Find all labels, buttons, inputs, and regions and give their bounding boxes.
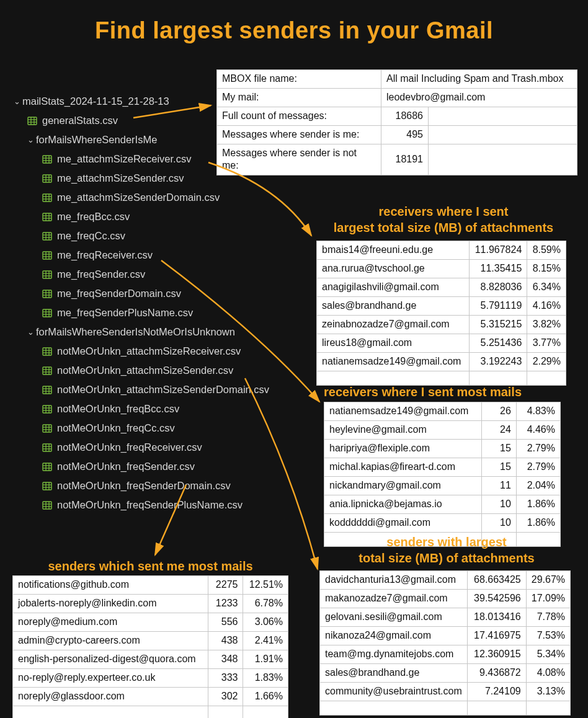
cell-who: jobalerts-noreply@linkedin.com <box>13 595 208 613</box>
cell-value: 68.663425 <box>467 571 526 590</box>
cell-pct: 2.04% <box>516 477 560 495</box>
senders-att-size-table: davidchanturia13@gmail.com68.66342529.67… <box>319 570 571 716</box>
table-row: team@mg.dynamitejobs.com12.3609155.34% <box>320 645 571 664</box>
tree-file-csv[interactable]: notMeOrUnkn_freqReceiver.csv <box>11 438 269 457</box>
cell-who: davidchanturia13@gmail.com <box>320 571 468 590</box>
cell-value: 333 <box>208 669 243 688</box>
tree-file-label: notMeOrUnkn_freqSenderDomain.csv <box>57 476 231 495</box>
tree-folder-not-me[interactable]: ⌄ forMailsWhereSenderIsNotMeOrIsUnknown <box>11 322 269 342</box>
cell-pct: 8.15% <box>527 260 566 278</box>
cell-pct: 3.82% <box>527 316 566 334</box>
cell-pct: 6.34% <box>527 278 566 297</box>
tree-file-csv[interactable]: notMeOrUnkn_attachmSizeReceiver.csv <box>11 342 269 361</box>
tree-folder-label: forMailsWhereSenderIsNotMeOrIsUnknown <box>36 322 235 342</box>
chevron-down-icon: ⌄ <box>25 322 36 342</box>
table-row-truncated <box>320 701 571 716</box>
cell-who: ana.rurua@tvschool.ge <box>317 260 470 278</box>
cell-who: natianemsadze149@gmail.com <box>324 402 482 421</box>
cell-value: 15 <box>482 458 517 477</box>
cell-pct: 29.67% <box>526 571 570 590</box>
svg-rect-45 <box>43 309 51 317</box>
tree-file-label: me_attachmSizeSender.csv <box>57 169 184 188</box>
csv-icon <box>42 290 52 298</box>
cell-pct: 1.83% <box>243 669 288 688</box>
table-row: heylevine@gmail.com244.46% <box>324 421 561 440</box>
stat-label: My mail: <box>217 89 381 107</box>
csv-icon <box>42 405 52 414</box>
cell-value: 11 <box>482 477 517 495</box>
cell-pct: 2.41% <box>243 632 288 650</box>
cell-value: 24 <box>482 421 517 440</box>
csv-icon <box>42 443 52 452</box>
tree-file-csv[interactable]: me_freqCc.csv <box>11 226 269 246</box>
cell-value: 9.436872 <box>467 664 526 683</box>
cell-value: 15 <box>482 440 517 458</box>
tree-file-csv[interactable]: notMeOrUnkn_freqSenderPlusName.csv <box>11 495 269 515</box>
table-row: community@usebraintrust.com7.241093.13% <box>320 683 571 701</box>
cell-who: michal.kapias@fireart-d.com <box>324 458 482 477</box>
tree-file-csv[interactable]: me_attachmSizeSenderDomain.csv <box>11 188 269 207</box>
tree-file-csv[interactable]: me_freqReceiver.csv <box>11 246 269 265</box>
cell-pct: 6.78% <box>243 595 288 613</box>
table-row: nickandmary@gmail.com112.04% <box>324 477 561 495</box>
table-row: haripriya@flexiple.com152.79% <box>324 440 561 458</box>
csv-icon <box>42 501 52 510</box>
svg-rect-40 <box>43 290 51 298</box>
cell-pct: 3.77% <box>527 334 566 353</box>
most-mails-recv-table: natianemsadze149@gmail.com264.83%heylevi… <box>324 402 561 547</box>
chevron-down-icon: ⌄ <box>11 92 22 111</box>
cell-value: 5.251436 <box>470 334 527 353</box>
svg-rect-65 <box>43 406 51 413</box>
cell-value: 556 <box>208 613 243 632</box>
svg-rect-60 <box>43 386 51 394</box>
csv-icon <box>42 386 52 394</box>
table-row: Messages where sender is me:495 <box>217 126 577 144</box>
table-row: noreply@glassdoor.com3021.66% <box>13 688 288 706</box>
table-row: bmais14@freeuni.edu.ge11.9678248.59% <box>317 241 566 260</box>
tree-file-csv[interactable]: notMeOrUnkn_attachmSizeSenderDomain.csv <box>11 380 269 399</box>
tree-file-label: notMeOrUnkn_attachmSizeSenderDomain.csv <box>57 380 269 399</box>
cell-pct: 2.79% <box>516 440 560 458</box>
tree-file-csv[interactable]: notMeOrUnkn_freqSenderDomain.csv <box>11 476 269 495</box>
cell-value: 17.416975 <box>467 627 526 645</box>
cell-who: notifications@github.com <box>13 576 208 595</box>
tree-file-csv[interactable]: me_freqSender.csv <box>11 265 269 284</box>
tree-file-label: notMeOrUnkn_freqSender.csv <box>57 457 195 476</box>
table-row: Messages where sender is not me:18191 <box>217 144 577 175</box>
cell-pct: 8.59% <box>527 241 566 260</box>
tree-file-label: notMeOrUnkn_freqBcc.csv <box>57 399 179 419</box>
tree-file-label: notMeOrUnkn_attachmSizeReceiver.csv <box>57 342 241 361</box>
senders-most-mails-table: notifications@github.com227512.51%jobale… <box>12 575 288 718</box>
caption-senders-most-mails: senders which sent me most mails <box>12 558 288 574</box>
cell-who: admin@crypto-careers.com <box>13 632 208 650</box>
cell-pct: 5.34% <box>526 645 570 664</box>
tree-file-csv[interactable]: me_freqSenderDomain.csv <box>11 284 269 303</box>
cell-who: natianemsadze149@gmail.com <box>317 353 470 371</box>
tree-file-csv[interactable]: notMeOrUnkn_freqBcc.csv <box>11 399 269 419</box>
svg-rect-70 <box>43 425 51 432</box>
cell-value: 438 <box>208 632 243 650</box>
tree-file-label: me_freqBcc.csv <box>57 207 130 226</box>
table-row-truncated <box>317 371 566 386</box>
cell-who: anagigilashvili@gmail.com <box>317 278 470 297</box>
caption-senders-att-size: senders with largest total size (MB) of … <box>326 534 568 566</box>
tree-file-csv[interactable]: me_freqSenderPlusName.csv <box>11 303 269 322</box>
cell-who: heylevine@gmail.com <box>324 421 482 440</box>
tree-file-label: me_attachmSizeSenderDomain.csv <box>57 188 220 207</box>
csv-icon <box>42 424 52 433</box>
tree-file-csv[interactable]: notMeOrUnkn_freqCc.csv <box>11 419 269 438</box>
cell-who: team@mg.dynamitejobs.com <box>320 645 468 664</box>
tree-file-csv[interactable]: notMeOrUnkn_freqSender.csv <box>11 457 269 476</box>
tree-file-csv[interactable]: me_freqBcc.csv <box>11 207 269 226</box>
cell-who: haripriya@flexiple.com <box>324 440 482 458</box>
table-row: nikanoza24@gmail.com17.4169757.53% <box>320 627 571 645</box>
svg-rect-85 <box>43 482 51 490</box>
cell-pct: 17.09% <box>526 590 570 608</box>
svg-rect-30 <box>43 252 51 259</box>
csv-icon <box>42 213 52 221</box>
cell-value: 7.24109 <box>467 683 526 701</box>
table-row: Full count of messages:18686 <box>217 107 577 126</box>
table-row-truncated <box>13 706 288 719</box>
tree-file-csv[interactable]: notMeOrUnkn_attachmSizeSender.csv <box>11 361 269 380</box>
table-row: natianemsadze149@gmail.com264.83% <box>324 402 561 421</box>
